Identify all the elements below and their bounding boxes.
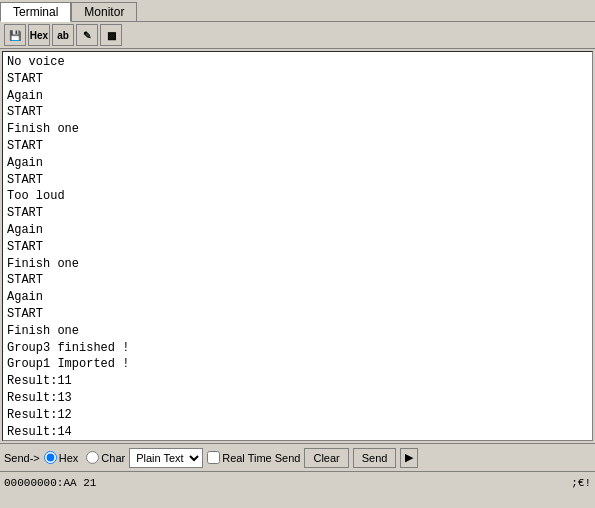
save-icon: 💾: [9, 30, 21, 41]
toolbar: 💾 Hex ab ✎ ▩: [0, 22, 595, 49]
ab-button[interactable]: ab: [52, 24, 74, 46]
edit-button[interactable]: ✎: [76, 24, 98, 46]
terminal-output: No voiceSTARTAgainSTARTFinish oneSTARTAg…: [2, 51, 593, 441]
terminal-line: START: [7, 71, 588, 88]
terminal-line: Finish one: [7, 121, 588, 138]
terminal-line: START: [7, 306, 588, 323]
realtime-label: Real Time Send: [222, 452, 300, 464]
extra-icon: ▶: [405, 451, 413, 463]
terminal-line: No voice: [7, 54, 588, 71]
terminal-line: START: [7, 138, 588, 155]
status-bar: 00000000:AA 21 ;€!: [0, 471, 595, 493]
realtime-checkbox[interactable]: [207, 451, 220, 464]
terminal-line: Again: [7, 155, 588, 172]
char-radio[interactable]: [86, 451, 99, 464]
terminal-line: Group1 Imported !: [7, 356, 588, 373]
terminal-line: Result:14: [7, 424, 588, 441]
terminal-line: Again: [7, 88, 588, 105]
clear-button[interactable]: Clear: [304, 448, 348, 468]
terminal-line: Again: [7, 222, 588, 239]
input-bar: Send-> Hex Char Plain Text Real Time Sen…: [0, 443, 595, 471]
ab-icon: ab: [57, 30, 69, 41]
send-button[interactable]: Send: [353, 448, 397, 468]
plain-text-dropdown[interactable]: Plain Text: [129, 448, 203, 468]
terminal-line: START: [7, 272, 588, 289]
extra-button[interactable]: ▶: [400, 448, 418, 468]
terminal-line: Group3 finished !: [7, 340, 588, 357]
send-label: Send->: [4, 452, 40, 464]
realtime-checkbox-item[interactable]: Real Time Send: [207, 451, 300, 464]
terminal-line: Result:15: [7, 440, 588, 441]
char-radio-label: Char: [101, 452, 125, 464]
hex-icon: Hex: [30, 30, 48, 41]
terminal-line: Again: [7, 289, 588, 306]
terminal-line: Finish one: [7, 256, 588, 273]
chip-button[interactable]: ▩: [100, 24, 122, 46]
edit-icon: ✎: [83, 30, 91, 41]
terminal-line: START: [7, 172, 588, 189]
terminal-line: START: [7, 104, 588, 121]
terminal-line: Result:13: [7, 390, 588, 407]
tab-bar: Terminal Monitor: [0, 0, 595, 22]
tab-monitor[interactable]: Monitor: [71, 2, 137, 21]
hex-radio[interactable]: [44, 451, 57, 464]
terminal-line: START: [7, 205, 588, 222]
status-left: 00000000:AA 21: [4, 477, 96, 489]
terminal-line: Too loud: [7, 188, 588, 205]
hex-radio-label: Hex: [59, 452, 79, 464]
tab-terminal[interactable]: Terminal: [0, 2, 71, 22]
chip-icon: ▩: [107, 30, 116, 41]
radio-group: Hex Char: [44, 451, 125, 464]
terminal-line: START: [7, 239, 588, 256]
terminal-line: Result:12: [7, 407, 588, 424]
hex-button[interactable]: Hex: [28, 24, 50, 46]
terminal-line: Result:11: [7, 373, 588, 390]
hex-radio-item[interactable]: Hex: [44, 451, 79, 464]
terminal-line: Finish one: [7, 323, 588, 340]
save-button[interactable]: 💾: [4, 24, 26, 46]
char-radio-item[interactable]: Char: [86, 451, 125, 464]
status-right: ;€!: [571, 477, 591, 489]
